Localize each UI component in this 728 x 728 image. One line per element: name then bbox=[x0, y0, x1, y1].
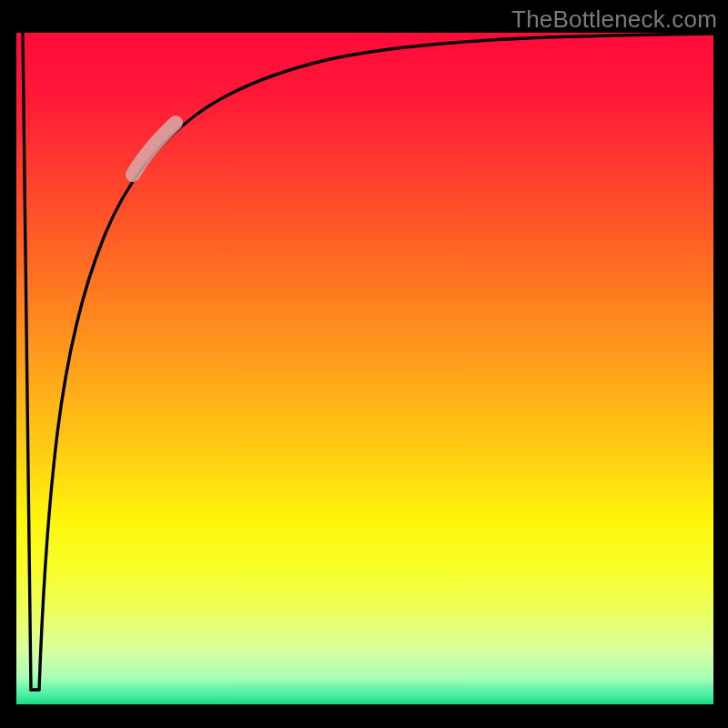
watermark-text: TheBottleneck.com bbox=[511, 5, 717, 34]
curve-main bbox=[39, 34, 713, 690]
curve-highlight bbox=[133, 123, 176, 175]
curve-spike bbox=[23, 33, 31, 690]
curve-layer bbox=[16, 33, 713, 704]
chart-frame: TheBottleneck.com bbox=[0, 0, 728, 728]
plot-area bbox=[16, 33, 713, 704]
